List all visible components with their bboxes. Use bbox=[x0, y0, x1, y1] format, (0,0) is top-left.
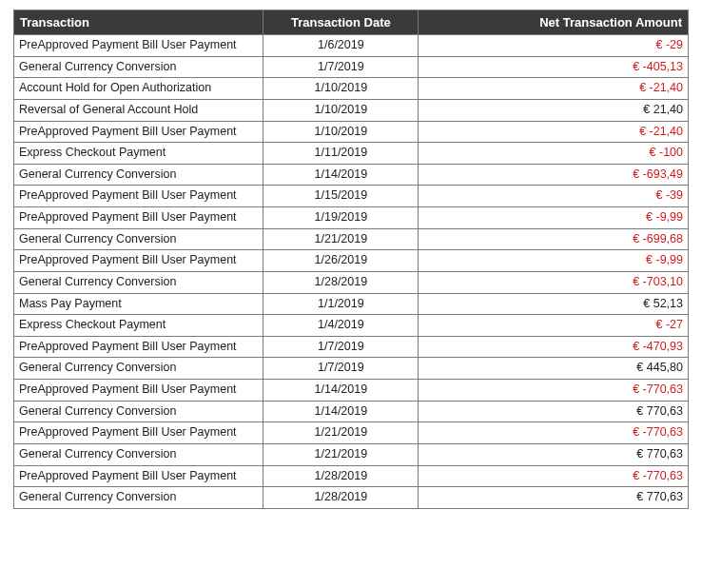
cell-date: 1/1/2019 bbox=[263, 293, 419, 315]
cell-amount: € 770,63 bbox=[419, 401, 689, 422]
table-row: PreApproved Payment Bill User Payment1/1… bbox=[14, 121, 689, 143]
transactions-table: Transaction Transaction Date Net Transac… bbox=[13, 10, 689, 509]
cell-date: 1/6/2019 bbox=[263, 35, 419, 57]
cell-transaction: PreApproved Payment Bill User Payment bbox=[14, 186, 263, 207]
cell-amount: € 52,13 bbox=[419, 293, 689, 315]
cell-date: 1/7/2019 bbox=[263, 358, 419, 380]
cell-amount: € -693,49 bbox=[419, 164, 689, 186]
cell-transaction: General Currency Conversion bbox=[14, 358, 263, 380]
cell-amount: € -9,99 bbox=[419, 250, 689, 272]
cell-date: 1/10/2019 bbox=[263, 121, 419, 143]
cell-date: 1/21/2019 bbox=[263, 443, 419, 465]
table-row: PreApproved Payment Bill User Payment1/6… bbox=[14, 35, 689, 57]
table-row: PreApproved Payment Bill User Payment1/2… bbox=[14, 422, 689, 444]
cell-amount: € -405,13 bbox=[419, 56, 689, 78]
cell-date: 1/14/2019 bbox=[263, 401, 419, 422]
cell-date: 1/28/2019 bbox=[263, 271, 419, 293]
cell-date: 1/19/2019 bbox=[263, 207, 419, 229]
table-row: PreApproved Payment Bill User Payment1/2… bbox=[14, 465, 689, 487]
cell-amount: € -27 bbox=[419, 315, 689, 337]
table-row: PreApproved Payment Bill User Payment1/1… bbox=[14, 380, 689, 402]
cell-transaction: General Currency Conversion bbox=[14, 56, 263, 78]
table-row: PreApproved Payment Bill User Payment1/2… bbox=[14, 250, 689, 272]
cell-amount: € -770,63 bbox=[419, 380, 689, 402]
cell-date: 1/14/2019 bbox=[263, 380, 419, 402]
cell-amount: € -703,10 bbox=[419, 271, 689, 293]
table-row: General Currency Conversion1/7/2019€ 445… bbox=[14, 358, 689, 380]
cell-date: 1/15/2019 bbox=[263, 186, 419, 207]
cell-amount: € 770,63 bbox=[419, 487, 689, 509]
cell-amount: € -21,40 bbox=[419, 78, 689, 100]
table-row: Express Checkout Payment1/11/2019€ -100 bbox=[14, 143, 689, 165]
cell-date: 1/10/2019 bbox=[263, 78, 419, 100]
cell-transaction: PreApproved Payment Bill User Payment bbox=[14, 380, 263, 402]
table-row: Account Hold for Open Authorization1/10/… bbox=[14, 78, 689, 100]
table-row: General Currency Conversion1/21/2019€ -6… bbox=[14, 228, 689, 250]
cell-amount: € -21,40 bbox=[419, 121, 689, 143]
table-header: Transaction Transaction Date Net Transac… bbox=[14, 10, 689, 35]
cell-transaction: General Currency Conversion bbox=[14, 401, 263, 422]
cell-amount: € 21,40 bbox=[419, 99, 689, 121]
cell-amount: € -29 bbox=[419, 35, 689, 57]
cell-date: 1/28/2019 bbox=[263, 465, 419, 487]
header-transaction: Transaction bbox=[14, 10, 263, 35]
cell-date: 1/10/2019 bbox=[263, 99, 419, 121]
table-row: General Currency Conversion1/28/2019€ 77… bbox=[14, 487, 689, 509]
table-row: General Currency Conversion1/14/2019€ -6… bbox=[14, 164, 689, 186]
cell-date: 1/26/2019 bbox=[263, 250, 419, 272]
table-row: PreApproved Payment Bill User Payment1/7… bbox=[14, 336, 689, 358]
table-row: Express Checkout Payment1/4/2019€ -27 bbox=[14, 315, 689, 337]
cell-transaction: PreApproved Payment Bill User Payment bbox=[14, 207, 263, 229]
cell-amount: € -770,63 bbox=[419, 422, 689, 444]
cell-transaction: General Currency Conversion bbox=[14, 164, 263, 186]
cell-transaction: PreApproved Payment Bill User Payment bbox=[14, 35, 263, 57]
cell-amount: € -9,99 bbox=[419, 207, 689, 229]
cell-transaction: General Currency Conversion bbox=[14, 271, 263, 293]
cell-transaction: General Currency Conversion bbox=[14, 443, 263, 465]
table-row: General Currency Conversion1/28/2019€ -7… bbox=[14, 271, 689, 293]
cell-date: 1/7/2019 bbox=[263, 336, 419, 358]
cell-transaction: General Currency Conversion bbox=[14, 487, 263, 509]
table-row: PreApproved Payment Bill User Payment1/1… bbox=[14, 207, 689, 229]
cell-date: 1/7/2019 bbox=[263, 56, 419, 78]
cell-date: 1/21/2019 bbox=[263, 422, 419, 444]
cell-transaction: Reversal of General Account Hold bbox=[14, 99, 263, 121]
table-row: General Currency Conversion1/14/2019€ 77… bbox=[14, 401, 689, 422]
cell-amount: € -699,68 bbox=[419, 228, 689, 250]
cell-amount: € 445,80 bbox=[419, 358, 689, 380]
table-row: General Currency Conversion1/7/2019€ -40… bbox=[14, 56, 689, 78]
cell-amount: € -770,63 bbox=[419, 465, 689, 487]
cell-transaction: PreApproved Payment Bill User Payment bbox=[14, 250, 263, 272]
table-row: Mass Pay Payment1/1/2019€ 52,13 bbox=[14, 293, 689, 315]
cell-transaction: Express Checkout Payment bbox=[14, 143, 263, 165]
cell-amount: € -100 bbox=[419, 143, 689, 165]
cell-date: 1/28/2019 bbox=[263, 487, 419, 509]
cell-transaction: PreApproved Payment Bill User Payment bbox=[14, 121, 263, 143]
table-body: PreApproved Payment Bill User Payment1/6… bbox=[14, 35, 689, 509]
cell-transaction: PreApproved Payment Bill User Payment bbox=[14, 422, 263, 444]
header-date: Transaction Date bbox=[263, 10, 419, 35]
table-row: PreApproved Payment Bill User Payment1/1… bbox=[14, 186, 689, 207]
table-row: Reversal of General Account Hold1/10/201… bbox=[14, 99, 689, 121]
cell-transaction: PreApproved Payment Bill User Payment bbox=[14, 336, 263, 358]
cell-transaction: General Currency Conversion bbox=[14, 228, 263, 250]
cell-amount: € 770,63 bbox=[419, 443, 689, 465]
cell-amount: € -39 bbox=[419, 186, 689, 207]
table-row: General Currency Conversion1/21/2019€ 77… bbox=[14, 443, 689, 465]
cell-amount: € -470,93 bbox=[419, 336, 689, 358]
cell-date: 1/11/2019 bbox=[263, 143, 419, 165]
cell-date: 1/14/2019 bbox=[263, 164, 419, 186]
cell-date: 1/4/2019 bbox=[263, 315, 419, 337]
header-amount: Net Transaction Amount bbox=[419, 10, 689, 35]
cell-transaction: Mass Pay Payment bbox=[14, 293, 263, 315]
cell-transaction: Express Checkout Payment bbox=[14, 315, 263, 337]
cell-date: 1/21/2019 bbox=[263, 228, 419, 250]
cell-transaction: Account Hold for Open Authorization bbox=[14, 78, 263, 100]
cell-transaction: PreApproved Payment Bill User Payment bbox=[14, 465, 263, 487]
